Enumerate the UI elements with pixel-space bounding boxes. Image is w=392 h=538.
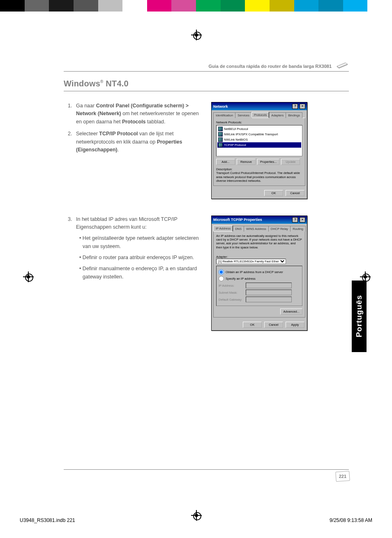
protocols-listbox[interactable]: NetBEUI Protocol NWLink IPX/SPX Compatib…: [216, 125, 302, 156]
update-button: Update: [281, 159, 300, 165]
instructions-col-1: Ga naar Control Panel (Configuratie sche…: [64, 102, 205, 158]
manual-icon: [335, 58, 349, 70]
close-button[interactable]: ×: [300, 217, 305, 223]
tab-wins-address[interactable]: WINS Address: [244, 226, 269, 232]
bullet-item: Het geïnstalleerde type netwerk adapter …: [80, 234, 205, 250]
tab-adapters[interactable]: Adapters: [269, 112, 286, 118]
radio-dhcp[interactable]: [219, 269, 224, 275]
subnet-mask-field: [246, 290, 292, 295]
add-button[interactable]: Add...: [216, 159, 235, 165]
adapter-label: Adapter:: [216, 255, 302, 259]
tab-protocols[interactable]: Protocols: [251, 112, 269, 118]
tab-routing[interactable]: Routing: [290, 226, 306, 232]
cancel-button[interactable]: Cancel: [286, 190, 304, 196]
language-side-tab: Português: [352, 281, 367, 352]
radio-specify-label: Specify an IP address: [226, 277, 256, 281]
radio-specify[interactable]: [219, 276, 224, 281]
ok-button[interactable]: OK: [264, 190, 283, 196]
ip-address-label: IP Address:: [219, 284, 243, 288]
remove-button[interactable]: Remove: [237, 159, 256, 165]
tab-bindings[interactable]: Bindings: [286, 112, 302, 118]
tcpip-intro-text: An IP address can be automatically assig…: [216, 234, 302, 250]
tcpip-dialog-title: Microsoft TCP/IP Properties: [213, 218, 262, 222]
slug-datetime: 9/25/08 9:13:58 AM: [330, 517, 372, 523]
tab-dhcp-relay[interactable]: DHCP Relay: [268, 226, 291, 232]
network-dialog: Network ? × Identification Services Prot…: [211, 102, 307, 199]
tab-identification[interactable]: Identification: [213, 112, 235, 118]
network-dialog-title: Network: [213, 104, 228, 109]
protocol-icon: [218, 132, 223, 137]
close-button[interactable]: ×: [300, 104, 305, 109]
running-head-text: Guia de consulta rápida do router de ban…: [208, 64, 332, 69]
print-color-bar: [0, 0, 392, 12]
tab-ip-address[interactable]: IP Address: [213, 225, 233, 231]
step-2: Selecteer TCP/IP Protocol van de lijst m…: [74, 130, 205, 154]
description-label: Description:: [216, 167, 302, 171]
slug-filename: U3948_RS3081.indb 221: [20, 517, 75, 523]
print-slug-line: U3948_RS3081.indb 221 9/25/08 9:13:58 AM: [20, 517, 372, 523]
advanced-button[interactable]: Advanced...: [280, 308, 302, 315]
step-3: In het tabblad IP adres van Microsoft TC…: [74, 216, 205, 281]
page-number: 221: [337, 472, 349, 480]
bullet-item: Definir manualmente o endereço IP, a en …: [80, 265, 205, 281]
section-title: Windows® NT4.0: [64, 79, 349, 91]
ip-address-field: [246, 283, 292, 288]
list-item[interactable]: NWLink IPX/SPX Compatible Transport: [217, 132, 301, 137]
default-gateway-field: [246, 297, 292, 302]
properties-button[interactable]: Properties...: [257, 159, 279, 165]
tab-dns[interactable]: DNS: [233, 226, 244, 232]
cancel-button[interactable]: Cancel: [264, 322, 283, 328]
help-button[interactable]: ?: [292, 217, 298, 223]
bullet-item: Definir o router para atribuir endereços…: [80, 254, 205, 262]
description-text: Transport Control Protocol/Internet Prot…: [216, 171, 302, 183]
list-item-selected[interactable]: TCP/IP Protocol: [217, 142, 301, 148]
protocols-list-label: Network Protocols:: [216, 121, 302, 124]
help-button[interactable]: ?: [292, 104, 298, 109]
tab-services[interactable]: Services: [235, 112, 252, 118]
step-1: Ga naar Control Panel (Configuratie sche…: [74, 102, 205, 126]
running-head: Guia de consulta rápida do router de ban…: [64, 64, 349, 72]
protocol-icon: [218, 137, 223, 142]
tcpip-properties-dialog: Microsoft TCP/IP Properties ? × IP Addre…: [211, 216, 307, 331]
adapter-select[interactable]: [1] Realtek RTL8139/810x Family Fast Eth…: [216, 259, 286, 264]
subnet-mask-label: Subnet Mask:: [219, 291, 243, 295]
list-item[interactable]: NWLink NetBIOS: [217, 137, 301, 142]
list-item[interactable]: NetBEUI Protocol: [217, 126, 301, 132]
page-number-container: 221: [64, 469, 349, 480]
registration-mark-top: [191, 30, 202, 40]
ok-button[interactable]: OK: [243, 322, 262, 328]
protocol-icon: [218, 143, 223, 147]
apply-button[interactable]: Apply: [286, 322, 304, 328]
default-gateway-label: Default Gateway:: [219, 298, 243, 301]
radio-dhcp-label: Obtain an IP address from a DHCP server: [226, 270, 283, 274]
instructions-col-2: In het tabblad IP adres van Microsoft TC…: [64, 216, 205, 285]
protocol-icon: [218, 127, 223, 131]
